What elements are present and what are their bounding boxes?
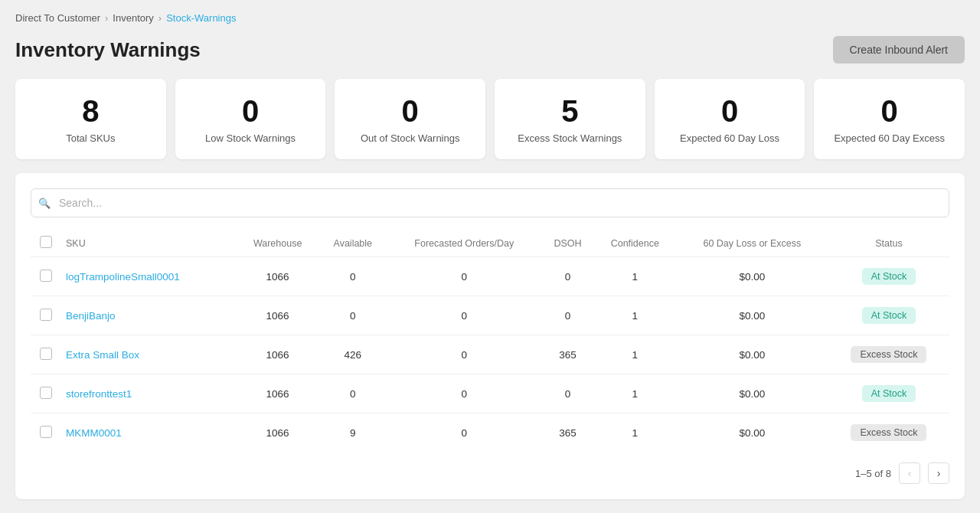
breadcrumb-item-inventory[interactable]: Inventory <box>113 12 153 24</box>
create-inbound-alert-button[interactable]: Create Inbound Alert <box>833 36 965 64</box>
inventory-table: SKU Warehouse Available Forecasted Order… <box>31 230 949 452</box>
stat-out-of-stock-label: Out of Stock Warnings <box>347 132 473 144</box>
row-select-checkbox-2[interactable] <box>40 348 52 360</box>
row-checkbox-1 <box>31 296 61 335</box>
search-wrap <box>31 188 949 217</box>
status-badge-0: At Stock <box>862 268 916 285</box>
col-loss-excess: 60 Day Loss or Excess <box>676 230 828 257</box>
row-select-checkbox-1[interactable] <box>40 309 52 321</box>
row-checkbox-2 <box>31 335 61 374</box>
stat-60-day-loss-label: Expected 60 Day Loss <box>667 132 793 144</box>
row-checkbox-3 <box>31 374 61 413</box>
row-confidence-4: 1 <box>594 413 676 453</box>
pagination: 1–5 of 8 ‹ › <box>31 452 949 484</box>
col-confidence: Confidence <box>594 230 676 257</box>
stat-60-day-excess-label: Expected 60 Day Excess <box>826 132 952 144</box>
table-row: BenjiBanjo 1066 0 0 0 1 $0.00 At Stock <box>31 296 949 335</box>
select-all-checkbox[interactable] <box>40 236 52 248</box>
sku-link-4[interactable]: MKMM0001 <box>66 427 122 439</box>
stat-excess-stock-number: 5 <box>507 94 633 128</box>
row-available-0: 0 <box>318 257 387 296</box>
col-dsoh: DSOH <box>541 230 593 257</box>
table-row: storefronttest1 1066 0 0 0 1 $0.00 At St… <box>31 374 949 413</box>
breadcrumb-sep-1: › <box>105 12 108 24</box>
stat-60-day-excess-number: 0 <box>826 94 952 128</box>
row-sku-3: storefronttest1 <box>61 374 237 413</box>
row-dsoh-3: 0 <box>541 374 593 413</box>
row-sku-2: Extra Small Box <box>61 335 237 374</box>
row-available-4: 9 <box>318 413 387 453</box>
sku-link-0[interactable]: logTrampolineSmall0001 <box>66 271 180 283</box>
row-dsoh-2: 365 <box>541 335 593 374</box>
breadcrumb-item-dtc[interactable]: Direct To Customer <box>15 12 100 24</box>
col-forecasted: Forecasted Orders/Day <box>387 230 541 257</box>
row-forecasted-2: 0 <box>387 335 541 374</box>
row-sku-1: BenjiBanjo <box>61 296 237 335</box>
row-select-checkbox-4[interactable] <box>40 426 52 438</box>
row-forecasted-4: 0 <box>387 413 541 453</box>
row-sku-0: logTrampolineSmall0001 <box>61 257 237 296</box>
col-status: Status <box>828 230 949 257</box>
row-checkbox-0 <box>31 257 61 296</box>
sku-link-3[interactable]: storefronttest1 <box>66 388 132 400</box>
stat-out-of-stock: 0 Out of Stock Warnings <box>335 79 485 159</box>
row-confidence-3: 1 <box>594 374 676 413</box>
row-dsoh-0: 0 <box>541 257 593 296</box>
col-available: Available <box>318 230 387 257</box>
row-loss-excess-3: $0.00 <box>676 374 828 413</box>
status-badge-1: At Stock <box>862 307 916 324</box>
row-warehouse-4: 1066 <box>237 413 318 453</box>
row-confidence-1: 1 <box>594 296 676 335</box>
stat-low-stock-number: 0 <box>188 94 314 128</box>
row-forecasted-0: 0 <box>387 257 541 296</box>
stat-low-stock-label: Low Stock Warnings <box>188 132 314 144</box>
row-forecasted-3: 0 <box>387 374 541 413</box>
stat-low-stock: 0 Low Stock Warnings <box>175 79 326 159</box>
row-sku-4: MKMM0001 <box>61 413 237 453</box>
col-sku: SKU <box>61 230 237 257</box>
pagination-prev-button[interactable]: ‹ <box>899 462 920 484</box>
page-header: Inventory Warnings Create Inbound Alert <box>15 36 965 64</box>
row-loss-excess-4: $0.00 <box>676 413 828 453</box>
breadcrumb: Direct To Customer › Inventory › Stock-W… <box>15 12 965 24</box>
table-row: Extra Small Box 1066 426 0 365 1 $0.00 E… <box>31 335 949 374</box>
row-loss-excess-0: $0.00 <box>676 257 828 296</box>
stat-total-skus-label: Total SKUs <box>28 132 154 144</box>
main-panel: SKU Warehouse Available Forecasted Order… <box>15 173 965 499</box>
row-status-1: At Stock <box>828 296 949 335</box>
status-badge-4: Excess Stock <box>851 424 926 441</box>
stat-total-skus: 8 Total SKUs <box>15 79 166 159</box>
sku-link-2[interactable]: Extra Small Box <box>66 349 139 361</box>
row-select-checkbox-0[interactable] <box>40 270 52 282</box>
sku-link-1[interactable]: BenjiBanjo <box>66 310 116 322</box>
row-warehouse-2: 1066 <box>237 335 318 374</box>
stat-excess-stock-label: Excess Stock Warnings <box>507 132 633 144</box>
row-dsoh-4: 365 <box>541 413 593 453</box>
row-status-0: At Stock <box>828 257 949 296</box>
col-checkbox <box>31 230 61 257</box>
col-warehouse: Warehouse <box>237 230 318 257</box>
row-select-checkbox-3[interactable] <box>40 387 52 399</box>
row-confidence-2: 1 <box>594 335 676 374</box>
stats-row: 8 Total SKUs 0 Low Stock Warnings 0 Out … <box>15 79 965 159</box>
row-forecasted-1: 0 <box>387 296 541 335</box>
row-checkbox-4 <box>31 413 61 453</box>
row-warehouse-1: 1066 <box>237 296 318 335</box>
pagination-next-button[interactable]: › <box>928 462 949 484</box>
row-available-3: 0 <box>318 374 387 413</box>
row-loss-excess-2: $0.00 <box>676 335 828 374</box>
row-available-1: 0 <box>318 296 387 335</box>
search-input[interactable] <box>31 188 949 217</box>
table-row: MKMM0001 1066 9 0 365 1 $0.00 Excess Sto… <box>31 413 949 453</box>
row-status-2: Excess Stock <box>828 335 949 374</box>
table-row: logTrampolineSmall0001 1066 0 0 0 1 $0.0… <box>31 257 949 296</box>
row-warehouse-0: 1066 <box>237 257 318 296</box>
breadcrumb-item-stock-warnings: Stock-Warnings <box>166 12 236 24</box>
page-title: Inventory Warnings <box>15 38 201 62</box>
pagination-label: 1–5 of 8 <box>855 468 891 479</box>
row-available-2: 426 <box>318 335 387 374</box>
stat-out-of-stock-number: 0 <box>347 94 473 128</box>
stat-excess-stock: 5 Excess Stock Warnings <box>495 79 645 159</box>
breadcrumb-sep-2: › <box>158 12 162 24</box>
row-confidence-0: 1 <box>594 257 676 296</box>
